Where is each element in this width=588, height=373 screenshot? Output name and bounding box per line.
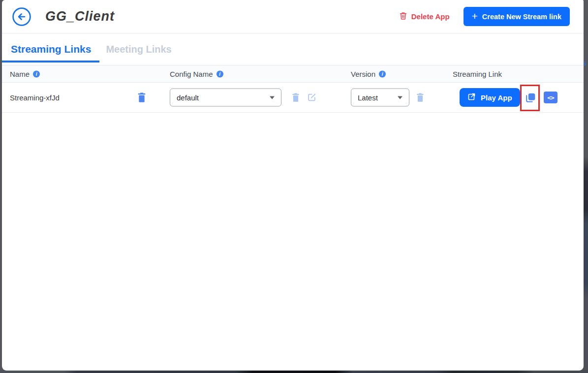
delete-app-label: Delete App (411, 12, 450, 21)
plus-icon: + (472, 11, 478, 21)
embed-code-button[interactable]: <> (544, 92, 557, 103)
info-icon[interactable]: i (379, 70, 386, 77)
config-name-select[interactable]: default (170, 89, 281, 107)
table-header: Name i Config Name i Version i Streaming… (2, 65, 584, 83)
create-new-stream-link-button[interactable]: + Create New Stream link (464, 7, 570, 26)
play-app-button[interactable]: Play App (460, 88, 520, 107)
copy-link-button[interactable] (524, 92, 536, 104)
create-new-stream-link-label: Create New Stream link (482, 13, 561, 21)
column-version-label: Version (351, 70, 375, 78)
back-button[interactable] (12, 7, 31, 27)
version-select[interactable]: Latest (351, 89, 409, 107)
info-icon[interactable]: i (33, 70, 40, 77)
chevron-down-icon (270, 96, 275, 99)
edit-square-icon (307, 96, 316, 104)
tab-meeting-links[interactable]: Meeting Links (106, 44, 171, 55)
arrow-left-circle-icon (12, 21, 31, 28)
app-header: GG_Client Delete App + Create New Stream… (2, 0, 584, 33)
delete-app-button[interactable]: Delete App (399, 11, 450, 22)
play-app-label: Play App (481, 93, 512, 102)
delete-stream-button[interactable] (137, 92, 147, 103)
copy-icon (524, 98, 536, 106)
trash-icon (291, 96, 300, 104)
column-name-label: Name (10, 70, 30, 78)
chevron-down-icon (398, 96, 402, 99)
trash-icon (416, 96, 425, 104)
background-right-strip (583, 0, 588, 373)
column-header-version: Version i (351, 70, 386, 78)
version-selected-value: Latest (358, 93, 378, 102)
trash-outline-icon (399, 11, 407, 22)
page-title: GG_Client (45, 9, 115, 24)
column-header-streaming-link: Streaming Link (453, 70, 502, 78)
code-icon: <> (547, 94, 554, 101)
column-streaming-link-label: Streaming Link (453, 70, 502, 78)
stream-name-value: Streaming-xfJd (10, 93, 60, 102)
highlight-box (520, 85, 540, 111)
column-config-name-label: Config Name (170, 70, 213, 78)
edit-config-button-disabled[interactable] (307, 93, 316, 102)
info-icon[interactable]: i (217, 70, 223, 77)
trash-icon (137, 97, 147, 104)
table-row: Streaming-xfJd default (2, 83, 584, 113)
app-panel: GG_Client Delete App + Create New Stream… (2, 0, 584, 371)
delete-version-button-disabled[interactable] (416, 93, 425, 102)
delete-config-button-disabled[interactable] (291, 93, 300, 102)
header-actions: Delete App + Create New Stream link (399, 7, 570, 26)
tab-streaming-links[interactable]: Streaming Links (11, 43, 91, 55)
column-header-config-name: Config Name i (170, 70, 223, 78)
column-header-name: Name i (10, 70, 40, 78)
tab-bar: Streaming Links Meeting Links (2, 33, 584, 65)
config-name-selected-value: default (177, 93, 199, 102)
external-link-icon (467, 93, 476, 102)
active-tab-underline (2, 61, 99, 62)
